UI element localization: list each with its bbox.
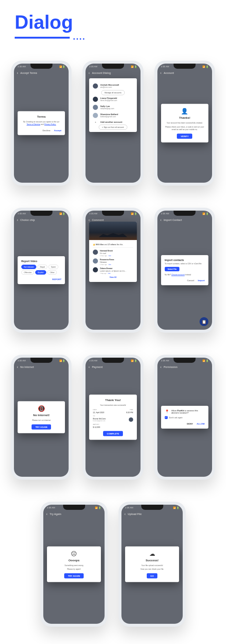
cancel-button[interactable]: Cancel xyxy=(187,279,194,282)
account-item[interactable]: Liana Fitzgeraldliana.fits@gmail.com xyxy=(93,95,133,103)
dialog-sub: Your file upload successful xyxy=(129,564,175,567)
notch xyxy=(30,211,52,216)
phone-chip: 2:35 AM📶 🔋 ‹Choice chip Report Video Not… xyxy=(11,208,72,333)
back-icon[interactable]: ‹ xyxy=(46,512,47,516)
avatar xyxy=(129,418,133,422)
decline-button[interactable]: Decline xyxy=(43,129,50,132)
import-button[interactable]: Import xyxy=(198,279,205,282)
dialog-body: Please turn on internet xyxy=(21,419,61,422)
comment-item: Hamaad BrockIt's cool5 hour agoLike xyxy=(93,250,133,257)
try-again-button[interactable]: TRY AGAIN xyxy=(64,573,83,579)
account-item[interactable]: Shamima Ballardballard@gmail.com xyxy=(93,111,133,119)
notch xyxy=(102,64,124,69)
notch xyxy=(30,358,52,363)
appbar: ‹Payment xyxy=(85,364,140,371)
dialog-payment: Thank You! Your transaction was successf… xyxy=(89,395,136,440)
report-button[interactable]: REPORT xyxy=(52,278,61,280)
dialog-comment: 👍 Will Allen and 17 others like this. Ha… xyxy=(89,222,136,282)
dialog-chip: Report Video Not relevant Illegal Spam O… xyxy=(18,256,65,284)
back-icon[interactable]: ‹ xyxy=(17,218,18,222)
phone-upload: 2:35 AM📶 🔋 ‹Upload File ☁ Success! Your … xyxy=(119,502,186,627)
chip[interactable]: Not relevant xyxy=(21,265,36,269)
back-icon[interactable]: ‹ xyxy=(160,218,161,222)
chip[interactable]: Spam xyxy=(48,265,58,269)
go-button[interactable]: GO xyxy=(147,573,157,579)
accept-button[interactable]: Accept xyxy=(54,129,61,132)
avatar xyxy=(93,83,98,89)
back-icon[interactable]: ‹ xyxy=(124,512,125,516)
appbar: ‹Try Again xyxy=(43,511,105,518)
avatar xyxy=(93,113,98,118)
back-icon[interactable]: ‹ xyxy=(160,365,161,369)
chip[interactable]: Other xyxy=(47,270,57,275)
dialog-sub: Your account has been successfully creat… xyxy=(165,122,205,124)
dialog-title: Terms xyxy=(21,115,61,118)
tos-link[interactable]: Terms of Service xyxy=(26,123,40,125)
dont-ask-checkbox[interactable]: Dont's ask again xyxy=(165,416,205,419)
back-icon[interactable]: ‹ xyxy=(88,71,90,75)
like-link[interactable]: Like xyxy=(108,255,111,257)
perm-text: Allow FlutKit to access this device's lo… xyxy=(171,409,205,414)
like-link[interactable]: Like xyxy=(108,272,110,274)
complete-button[interactable]: COMPLETE xyxy=(103,431,123,436)
back-icon[interactable]: ‹ xyxy=(88,218,90,222)
back-icon[interactable]: ‹ xyxy=(160,71,161,75)
account-item[interactable]: Sally Leesallylee@qq.com xyxy=(93,103,133,111)
dialog-title: Success! xyxy=(129,559,175,562)
appbar: ‹Account Dialog xyxy=(85,69,140,76)
try-again-button[interactable]: TRY AGAIN xyxy=(32,425,51,430)
appbar: ‹Permission xyxy=(157,364,212,371)
notch xyxy=(63,505,85,510)
comment-item: Roseanna RoweNiceeee5 hour agoLike xyxy=(93,258,133,265)
manage-button[interactable]: Manage all accounts xyxy=(101,90,125,95)
phone-terms: 2:35 AM📶 🔋 ‹Accept Terms Terms By Creati… xyxy=(11,61,72,186)
back-icon[interactable]: ‹ xyxy=(88,365,90,369)
dialog-title: Import contacts xyxy=(165,259,205,261)
cloud-check-icon: ☁ xyxy=(129,550,175,557)
dialog-tryagain: ☹ Oooops Something went wrong Please try… xyxy=(47,547,101,582)
signout-button[interactable]: ⎋ Sign out from all account xyxy=(99,125,127,130)
avatar xyxy=(93,97,98,102)
select-file-button[interactable]: Select File xyxy=(165,267,180,271)
phone-payment: 2:35 AM📶 🔋 ‹Payment Thank You! Your tran… xyxy=(83,355,143,480)
phone-thanks: 2:35 AM📶 🔋 ‹Account 👤 Thanks! Your accou… xyxy=(154,61,215,186)
thumb-icon: 👍 xyxy=(93,243,95,246)
dialog-body: Now you can check your file xyxy=(129,568,175,570)
avatar xyxy=(93,267,98,272)
sad-icon: ☹ xyxy=(51,550,97,557)
notch xyxy=(30,64,52,69)
dialog-import: Import contacts To import contacts, sele… xyxy=(161,255,208,285)
comment-item: Zidane BrewerLorem ipsum, or lipsum as i… xyxy=(93,267,133,274)
notch xyxy=(174,64,196,69)
dialog-thanks: 👤 Thanks! Your account has been successf… xyxy=(161,104,208,143)
like-link[interactable]: Like xyxy=(108,264,111,265)
nofile-text: No file? Choose account instead xyxy=(165,273,205,276)
dialog-title: No Internet! xyxy=(21,414,61,417)
choose-account-link[interactable]: Choose account xyxy=(171,273,185,276)
account-item[interactable]: Aishah Mcconnellais@mcc.com xyxy=(93,82,133,90)
avatar xyxy=(93,250,98,255)
dialog-permission: 📍Allow FlutKit to access this device's l… xyxy=(161,406,208,429)
notch xyxy=(141,505,163,510)
dialog-sub: Something went wrong xyxy=(51,564,97,567)
appbar: ‹Account xyxy=(157,69,212,76)
chip[interactable]: Illegal xyxy=(37,265,47,269)
back-icon[interactable]: ‹ xyxy=(17,71,18,75)
fab-button[interactable]: 📋 xyxy=(200,317,208,326)
page-title: Dialog xyxy=(0,0,226,37)
phone-permission: 2:35 AM📶 🔋 ‹Permission 📍Allow FlutKit to… xyxy=(154,355,215,480)
dialog-upload: ☁ Success! Your file upload successful N… xyxy=(125,547,179,582)
chip[interactable]: Explicit xyxy=(35,270,46,275)
verify-button[interactable]: VERIFY xyxy=(177,134,192,139)
deny-button[interactable]: DENY xyxy=(187,423,193,425)
post-image xyxy=(89,222,136,240)
phone-tryagain: 2:35 AM📶 🔋 ‹Try Again ☹ Oooops Something… xyxy=(40,502,107,627)
add-account[interactable]: +Add another account xyxy=(93,119,133,125)
back-icon[interactable]: ‹ xyxy=(17,365,18,369)
dialog-sub: Your transaction was successful xyxy=(93,404,133,407)
view-all-link[interactable]: View All xyxy=(93,276,133,278)
chip[interactable]: Offensive xyxy=(21,270,34,275)
dialog-title: Thanks! xyxy=(165,116,205,119)
allow-button[interactable]: ALLOW xyxy=(197,423,205,425)
privacy-link[interactable]: Privacy Policy. xyxy=(44,123,56,125)
